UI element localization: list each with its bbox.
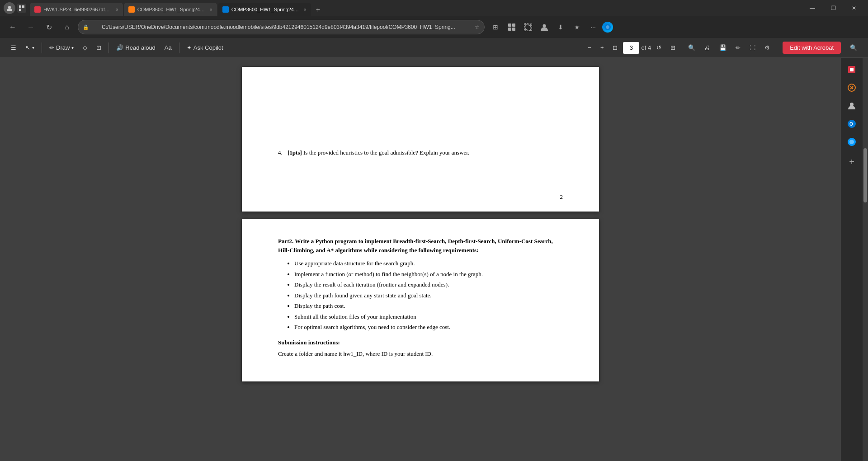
question-text-4: Is the provided heuristics to the goal a… <box>303 149 469 156</box>
ask-copilot-button[interactable]: ✦ Ask Copilot <box>183 41 227 55</box>
dual-page-button[interactable]: ⊞ <box>667 41 679 55</box>
zoom-minus-button[interactable]: − <box>584 41 595 55</box>
select-dropdown-icon: ▾ <box>32 45 34 50</box>
maximize-button[interactable]: ❐ <box>823 0 844 16</box>
bullet-7: For optimal search algorithms, you need … <box>294 323 563 332</box>
pdf-insert-button[interactable]: ⊡ <box>93 41 105 55</box>
svg-rect-7 <box>512 28 515 31</box>
fit-page-button[interactable]: ⊡ <box>609 41 621 55</box>
menu-icon: ☰ <box>11 44 16 51</box>
read-aloud-button[interactable]: 🔊 Read aloud <box>113 41 159 55</box>
pdf-page2-content: Part2. Write a Python program to impleme… <box>242 219 599 376</box>
edge-logo <box>602 22 613 33</box>
total-pages: of 4 <box>641 44 651 51</box>
pdf-menu-button[interactable]: ☰ <box>7 41 20 55</box>
sidebar-icon-1[interactable] <box>844 61 860 78</box>
read-aloud-label: Read aloud <box>125 44 156 51</box>
browser-tab-3[interactable]: COMP3600_HW1_Spring24_1309 × <box>218 3 311 16</box>
draw-pencil-icon: ✏ <box>49 44 54 51</box>
favorites-icon[interactable]: ★ <box>570 20 584 34</box>
edit-with-acrobat-button[interactable]: Edit with Acrobat <box>783 42 841 54</box>
bullet-4: Display the path found given any start s… <box>294 291 563 300</box>
pdf-draw2-button[interactable]: ✏ <box>732 41 744 55</box>
scrollbar-track[interactable] <box>863 58 868 461</box>
tab-close-3[interactable]: × <box>304 7 307 12</box>
svg-rect-1 <box>19 5 21 8</box>
zoom-plus-button[interactable]: + <box>597 41 608 55</box>
rotate-button[interactable]: ↺ <box>653 41 665 55</box>
draw-label: Draw <box>56 44 70 51</box>
profile-icon[interactable] <box>4 2 15 14</box>
pdf-settings-button[interactable]: ⚙ <box>761 41 774 55</box>
svg-rect-2 <box>22 5 24 8</box>
fit-page-icon: ⊡ <box>613 44 618 51</box>
scrollbar-thumb[interactable] <box>863 148 867 202</box>
collections-icon[interactable] <box>505 20 519 34</box>
tab-close-1[interactable]: × <box>116 7 118 12</box>
zoom-minus-icon: − <box>588 44 591 51</box>
sidebar-add-icon[interactable]: + <box>844 154 860 170</box>
main-area: 4. [1pts] Is the provided heuristics to … <box>0 58 868 461</box>
pdf-viewer[interactable]: 4. [1pts] Is the provided heuristics to … <box>0 58 841 461</box>
insert-icon: ⊡ <box>96 44 101 51</box>
back-button[interactable]: ← <box>5 20 20 34</box>
svg-point-12 <box>850 103 854 106</box>
sidebar-icon-5[interactable] <box>844 134 860 150</box>
pdf-search-button[interactable]: 🔍 <box>684 41 699 55</box>
browser-tab-2[interactable]: COMP3600_HW1_Spring24_130... × <box>124 3 217 16</box>
svg-rect-5 <box>512 24 515 27</box>
page-navigation: − + ⊡ of 4 ↺ ⊞ <box>584 41 679 55</box>
bullet-6: Submit all the solution files of your im… <box>294 312 563 321</box>
text-size-button[interactable]: Aa <box>161 41 175 55</box>
bullet-1: Use appropriate data structure for the s… <box>294 259 563 268</box>
title-bar: HWK1-SP24_6ef9902667dfedc9... × COMP3600… <box>0 0 868 16</box>
address-star-icon[interactable]: ☆ <box>475 24 480 30</box>
forward-button[interactable]: → <box>24 20 38 34</box>
address-input[interactable]: 🔒 C:/Users/USER/OneDrive/Documents/com.m… <box>78 20 485 34</box>
pdf-search-right-button[interactable]: 🔍 <box>846 41 861 55</box>
new-tab-button[interactable]: + <box>312 4 325 16</box>
pdf-eraser-button[interactable]: ◇ <box>79 41 91 55</box>
pdf-toolbar: ☰ ↖ ▾ ✏ Draw ▾ ◇ ⊡ 🔊 Read aloud Aa ✦ Ask… <box>0 38 868 58</box>
extensions-icon[interactable] <box>521 20 535 34</box>
svg-point-16 <box>849 140 854 144</box>
pdf-question-4: 4. [1pts] Is the provided heuristics to … <box>278 148 563 157</box>
svg-point-8 <box>543 24 546 28</box>
address-lock-icon: 🔒 <box>83 24 89 30</box>
address-bar: ← → ↻ ⌂ 🔒 C:/Users/USER/OneDrive/Documen… <box>0 16 868 38</box>
pdf-right-icons: 🔍 🖨 💾 ✏ ⛶ ⚙ <box>684 41 774 55</box>
tab-manager-icon[interactable] <box>17 4 26 13</box>
split-view-icon[interactable]: ⊞ <box>488 20 503 34</box>
pdf-print-button[interactable]: 🖨 <box>701 41 714 55</box>
submission-heading: Submission instructions: <box>278 338 563 347</box>
refresh-button[interactable]: ↻ <box>42 20 56 34</box>
svg-rect-3 <box>19 9 21 11</box>
eraser-icon: ◇ <box>83 44 87 51</box>
sidebar-icon-4[interactable]: O <box>844 116 860 132</box>
read-aloud-icon: 🔊 <box>116 44 123 51</box>
pdf-page-number-1: 2 <box>560 193 563 201</box>
page-number-input[interactable] <box>623 42 639 54</box>
browser-tab-1[interactable]: HWK1-SP24_6ef9902667dfedc9... × <box>30 3 123 16</box>
pdf-draw-button[interactable]: ✏ Draw ▾ <box>46 41 77 55</box>
sidebar-icon-3[interactable] <box>844 98 860 114</box>
tabs-container: HWK1-SP24_6ef9902667dfedc9... × COMP3600… <box>30 0 802 16</box>
toolbar-separator-2 <box>108 42 109 53</box>
submission-text: Create a folder and name it hw1_ID, wher… <box>278 349 563 358</box>
home-button[interactable]: ⌂ <box>60 20 74 34</box>
ask-copilot-label: Ask Copilot <box>193 44 223 51</box>
pdf-save-button[interactable]: 💾 <box>716 41 730 55</box>
sidebar-icon-2[interactable] <box>844 80 860 96</box>
more-icon[interactable]: ··· <box>586 20 600 34</box>
draw-dropdown-icon: ▾ <box>71 45 74 50</box>
tab-close-2[interactable]: × <box>210 7 212 12</box>
pdf-page-1: 4. [1pts] Is the provided heuristics to … <box>242 67 599 212</box>
tab-title-3: COMP3600_HW1_Spring24_1309 <box>231 7 299 12</box>
pdf-select-button[interactable]: ↖ ▾ <box>22 41 38 55</box>
downloads-icon[interactable]: ⬇ <box>553 20 568 34</box>
minimize-button[interactable]: — <box>802 0 823 16</box>
close-button[interactable]: ✕ <box>844 0 864 16</box>
copilot-icon: ✦ <box>187 44 192 51</box>
profile-icon-bar[interactable] <box>537 20 552 34</box>
pdf-fullscreen-button[interactable]: ⛶ <box>746 41 759 55</box>
